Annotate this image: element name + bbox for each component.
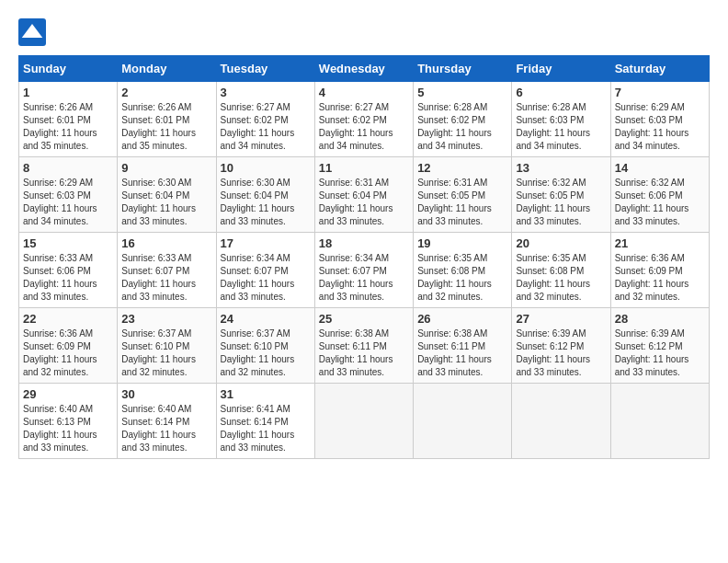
calendar-cell: 9Sunrise: 6:30 AM Sunset: 6:04 PM Daylig… bbox=[118, 157, 216, 233]
day-info: Sunrise: 6:39 AM Sunset: 6:12 PM Dayligh… bbox=[516, 327, 606, 379]
calendar-cell: 21Sunrise: 6:36 AM Sunset: 6:09 PM Dayli… bbox=[610, 233, 709, 308]
day-info: Sunrise: 6:28 AM Sunset: 6:02 PM Dayligh… bbox=[417, 101, 507, 153]
day-number: 10 bbox=[221, 161, 311, 175]
day-number: 5 bbox=[417, 86, 507, 99]
calendar-cell: 4Sunrise: 6:27 AM Sunset: 6:02 PM Daylig… bbox=[314, 82, 413, 157]
day-info: Sunrise: 6:32 AM Sunset: 6:05 PM Dayligh… bbox=[516, 177, 606, 228]
day-number: 28 bbox=[615, 312, 705, 326]
day-info: Sunrise: 6:29 AM Sunset: 6:03 PM Dayligh… bbox=[615, 101, 705, 153]
calendar-cell: 13Sunrise: 6:32 AM Sunset: 6:05 PM Dayli… bbox=[512, 157, 610, 233]
calendar-cell: 23Sunrise: 6:37 AM Sunset: 6:10 PM Dayli… bbox=[118, 308, 216, 384]
calendar-cell: 15Sunrise: 6:33 AM Sunset: 6:06 PM Dayli… bbox=[19, 233, 118, 308]
day-info: Sunrise: 6:40 AM Sunset: 6:14 PM Dayligh… bbox=[121, 403, 211, 454]
day-info: Sunrise: 6:34 AM Sunset: 6:07 PM Dayligh… bbox=[319, 252, 409, 304]
day-info: Sunrise: 6:33 AM Sunset: 6:06 PM Dayligh… bbox=[23, 252, 113, 304]
day-info: Sunrise: 6:26 AM Sunset: 6:01 PM Dayligh… bbox=[23, 101, 113, 153]
weekday-header-wednesday: Wednesday bbox=[314, 56, 413, 82]
calendar-cell bbox=[610, 384, 709, 459]
calendar-cell bbox=[414, 384, 512, 459]
calendar-cell: 30Sunrise: 6:40 AM Sunset: 6:14 PM Dayli… bbox=[118, 384, 216, 459]
calendar-cell: 10Sunrise: 6:30 AM Sunset: 6:04 PM Dayli… bbox=[216, 157, 314, 233]
logo bbox=[18, 18, 50, 46]
calendar-cell: 17Sunrise: 6:34 AM Sunset: 6:07 PM Dayli… bbox=[216, 233, 314, 308]
calendar-cell: 16Sunrise: 6:33 AM Sunset: 6:07 PM Dayli… bbox=[118, 233, 216, 308]
day-info: Sunrise: 6:35 AM Sunset: 6:08 PM Dayligh… bbox=[417, 252, 507, 304]
day-number: 31 bbox=[221, 387, 311, 401]
day-info: Sunrise: 6:26 AM Sunset: 6:01 PM Dayligh… bbox=[121, 101, 211, 153]
calendar-week-2: 8Sunrise: 6:29 AM Sunset: 6:03 PM Daylig… bbox=[19, 157, 710, 233]
day-number: 15 bbox=[23, 236, 113, 250]
day-info: Sunrise: 6:38 AM Sunset: 6:11 PM Dayligh… bbox=[417, 327, 507, 379]
day-info: Sunrise: 6:31 AM Sunset: 6:04 PM Dayligh… bbox=[319, 177, 409, 228]
day-number: 25 bbox=[319, 312, 409, 326]
day-number: 24 bbox=[221, 312, 311, 326]
calendar-cell: 12Sunrise: 6:31 AM Sunset: 6:05 PM Dayli… bbox=[414, 157, 512, 233]
day-info: Sunrise: 6:36 AM Sunset: 6:09 PM Dayligh… bbox=[23, 327, 113, 379]
calendar-cell: 29Sunrise: 6:40 AM Sunset: 6:13 PM Dayli… bbox=[19, 384, 118, 459]
day-info: Sunrise: 6:37 AM Sunset: 6:10 PM Dayligh… bbox=[121, 327, 211, 379]
calendar-cell: 18Sunrise: 6:34 AM Sunset: 6:07 PM Dayli… bbox=[314, 233, 413, 308]
calendar-cell: 31Sunrise: 6:41 AM Sunset: 6:14 PM Dayli… bbox=[216, 384, 314, 459]
calendar-cell: 6Sunrise: 6:28 AM Sunset: 6:03 PM Daylig… bbox=[512, 82, 610, 157]
weekday-header-tuesday: Tuesday bbox=[216, 56, 314, 82]
page-header bbox=[18, 18, 710, 46]
calendar-body: 1Sunrise: 6:26 AM Sunset: 6:01 PM Daylig… bbox=[19, 82, 710, 459]
day-number: 16 bbox=[121, 236, 211, 250]
day-number: 11 bbox=[319, 161, 409, 175]
calendar-cell: 2Sunrise: 6:26 AM Sunset: 6:01 PM Daylig… bbox=[118, 82, 216, 157]
day-number: 23 bbox=[121, 312, 211, 326]
calendar-cell: 25Sunrise: 6:38 AM Sunset: 6:11 PM Dayli… bbox=[314, 308, 413, 384]
logo-icon bbox=[18, 18, 46, 46]
day-info: Sunrise: 6:32 AM Sunset: 6:06 PM Dayligh… bbox=[615, 177, 705, 228]
weekday-header-friday: Friday bbox=[512, 56, 610, 82]
weekday-header-sunday: Sunday bbox=[19, 56, 118, 82]
day-info: Sunrise: 6:33 AM Sunset: 6:07 PM Dayligh… bbox=[121, 252, 211, 304]
day-info: Sunrise: 6:35 AM Sunset: 6:08 PM Dayligh… bbox=[516, 252, 606, 304]
day-number: 2 bbox=[121, 86, 211, 99]
calendar-week-1: 1Sunrise: 6:26 AM Sunset: 6:01 PM Daylig… bbox=[19, 82, 710, 157]
day-info: Sunrise: 6:29 AM Sunset: 6:03 PM Dayligh… bbox=[23, 177, 113, 228]
day-number: 6 bbox=[516, 86, 606, 99]
calendar-cell: 24Sunrise: 6:37 AM Sunset: 6:10 PM Dayli… bbox=[216, 308, 314, 384]
day-number: 14 bbox=[615, 161, 705, 175]
day-info: Sunrise: 6:30 AM Sunset: 6:04 PM Dayligh… bbox=[221, 177, 311, 228]
calendar-cell: 26Sunrise: 6:38 AM Sunset: 6:11 PM Dayli… bbox=[414, 308, 512, 384]
day-number: 13 bbox=[516, 161, 606, 175]
day-number: 3 bbox=[221, 86, 311, 99]
day-info: Sunrise: 6:31 AM Sunset: 6:05 PM Dayligh… bbox=[417, 177, 507, 228]
day-number: 19 bbox=[417, 236, 507, 250]
day-number: 29 bbox=[23, 387, 113, 401]
day-number: 26 bbox=[417, 312, 507, 326]
day-number: 20 bbox=[516, 236, 606, 250]
day-info: Sunrise: 6:37 AM Sunset: 6:10 PM Dayligh… bbox=[221, 327, 311, 379]
day-info: Sunrise: 6:27 AM Sunset: 6:02 PM Dayligh… bbox=[221, 101, 311, 153]
calendar-cell: 22Sunrise: 6:36 AM Sunset: 6:09 PM Dayli… bbox=[19, 308, 118, 384]
calendar-cell: 28Sunrise: 6:39 AM Sunset: 6:12 PM Dayli… bbox=[610, 308, 709, 384]
day-info: Sunrise: 6:30 AM Sunset: 6:04 PM Dayligh… bbox=[121, 177, 211, 228]
day-info: Sunrise: 6:39 AM Sunset: 6:12 PM Dayligh… bbox=[615, 327, 705, 379]
calendar-cell: 5Sunrise: 6:28 AM Sunset: 6:02 PM Daylig… bbox=[414, 82, 512, 157]
day-number: 4 bbox=[319, 86, 409, 99]
day-number: 7 bbox=[615, 86, 705, 99]
weekday-header-monday: Monday bbox=[118, 56, 216, 82]
calendar-cell: 3Sunrise: 6:27 AM Sunset: 6:02 PM Daylig… bbox=[216, 82, 314, 157]
day-number: 27 bbox=[516, 312, 606, 326]
calendar-cell: 27Sunrise: 6:39 AM Sunset: 6:12 PM Dayli… bbox=[512, 308, 610, 384]
calendar-week-4: 22Sunrise: 6:36 AM Sunset: 6:09 PM Dayli… bbox=[19, 308, 710, 384]
weekday-header-saturday: Saturday bbox=[610, 56, 709, 82]
calendar-header: SundayMondayTuesdayWednesdayThursdayFrid… bbox=[19, 56, 710, 82]
calendar-cell: 19Sunrise: 6:35 AM Sunset: 6:08 PM Dayli… bbox=[414, 233, 512, 308]
day-info: Sunrise: 6:41 AM Sunset: 6:14 PM Dayligh… bbox=[221, 403, 311, 454]
day-number: 22 bbox=[23, 312, 113, 326]
day-number: 8 bbox=[23, 161, 113, 175]
calendar-cell bbox=[314, 384, 413, 459]
calendar-cell bbox=[512, 384, 610, 459]
day-info: Sunrise: 6:27 AM Sunset: 6:02 PM Dayligh… bbox=[319, 101, 409, 153]
calendar-cell: 20Sunrise: 6:35 AM Sunset: 6:08 PM Dayli… bbox=[512, 233, 610, 308]
day-number: 17 bbox=[221, 236, 311, 250]
day-number: 12 bbox=[417, 161, 507, 175]
day-number: 18 bbox=[319, 236, 409, 250]
day-number: 30 bbox=[121, 387, 211, 401]
day-info: Sunrise: 6:28 AM Sunset: 6:03 PM Dayligh… bbox=[516, 101, 606, 153]
calendar-cell: 14Sunrise: 6:32 AM Sunset: 6:06 PM Dayli… bbox=[610, 157, 709, 233]
